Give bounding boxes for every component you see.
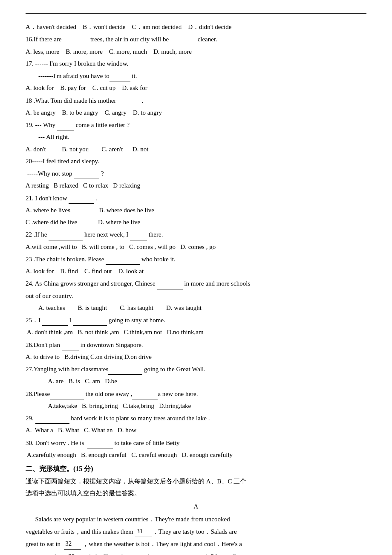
q24-stem2: out of our country. (26, 290, 366, 301)
section2-title: 二、完形填空。(15 分) (26, 463, 366, 475)
q28-options: A.take,take B. bring,bring C.take,bring … (26, 400, 366, 411)
passage-a-line3: great to eat in 32 ，when the weather is … (26, 538, 366, 549)
section2-intro1: 通读下面两篇短文，根据短文内容，从每篇短文后各小题所给的 A、B、C 三个 (26, 476, 366, 487)
q25-blank1 (42, 314, 68, 326)
q26-options: A. to drive to B.driving C.on driving D.… (26, 351, 366, 362)
q18-stem: 18 .What Tom did made his mother . (26, 95, 366, 106)
q28-stem: 28.Please the old one away , a new one h… (26, 388, 366, 399)
passage-a-line2: vegetables or fruits，and this makes them… (26, 526, 366, 537)
q19-options: A. don't B. not you C. aren't D. not (26, 144, 366, 155)
q27-stem: 27.Yangling with her classmates going to… (26, 363, 366, 375)
q27-options: A. are B. is C. am D.be (26, 376, 366, 387)
q16-blank2 (170, 33, 196, 45)
q24-stem1: 24. As China grows stronger and stronger… (26, 278, 366, 289)
q19-stem1: 19. --- Why come a little earlier ? (26, 119, 366, 130)
q22-blank1 (49, 228, 83, 240)
q22-stem: 22 .If he here next week, I there. (26, 228, 366, 240)
q19-stem2: --- All right. (26, 131, 366, 142)
q30-blank (87, 437, 113, 448)
q17-options: A. look for B. pay for C. cut up D. ask … (26, 82, 366, 93)
q22-blank2 (130, 228, 147, 240)
q23-stem: 23 .The chair is broken. Please who brok… (26, 253, 366, 265)
q16-blank1 (63, 33, 89, 45)
blank-31: 31 (135, 526, 152, 537)
q18-options: A. be angry B. to be angry C. angry D. t… (26, 107, 366, 118)
q21-blank (69, 192, 94, 204)
q25-blank2 (73, 314, 107, 326)
q23-blank (106, 253, 140, 265)
section2-intro2: 选项中选出可以填入空白处的最佳答案。 (26, 488, 366, 499)
q21-options-ab: A. where he lives B. where does he live (26, 205, 366, 216)
q28-blank1 (50, 388, 84, 399)
q30-stem: 30. Don't worry . He is to take care of … (26, 437, 366, 448)
passage-a-line4: ways to make a 33 salad．First，buy some l… (26, 551, 366, 555)
q18-blank (116, 95, 141, 106)
q21-stem: 21. I don't know . (26, 192, 366, 204)
q16-stem: 16.If there are trees, the air in our ci… (26, 33, 366, 45)
q29-options: A. What a B. What C. What an D. how (26, 425, 366, 436)
q26-blank (62, 339, 79, 350)
section-a-title: A (26, 501, 366, 512)
blank-33: 33 (67, 551, 84, 555)
top-divider (26, 13, 366, 14)
q22-options: A.will come ,will to B. will come , to C… (26, 241, 366, 252)
blank-32: 32 (64, 538, 81, 549)
q17-stem2: -------I'm afraid you have to it. (26, 70, 366, 81)
q15-options: A．haven't decided B．won't decide C．am no… (26, 21, 366, 32)
q17-stem1: 17. ------ I'm sorry I broken the window… (26, 58, 366, 69)
q17-blank (110, 70, 130, 81)
q25-options: A. don't think ,am B. not think ,am C.th… (26, 327, 366, 338)
blank-34: 34 (209, 551, 226, 555)
q30-options: A.carefully enough B. enough careful C. … (26, 449, 366, 460)
q20-blank (74, 168, 99, 179)
q28-blank2 (132, 388, 158, 399)
q24-blank (157, 278, 183, 289)
q25-stem: 25．I I going to stay at home. (26, 314, 366, 326)
q29-stem: 29. hard work it is to plant so many tre… (26, 412, 366, 424)
q20-options: A resting B relaxed C to relax D relaxin… (26, 180, 366, 191)
q21-options-cd: C .where did he live D. where he live (26, 217, 366, 228)
q19-blank (57, 119, 74, 130)
q20-stem2: -----Why not stop ? (26, 168, 366, 179)
q27-blank (108, 363, 142, 375)
q29-blank (35, 412, 69, 424)
q23-options: A. look for B. find C. find out D. look … (26, 266, 366, 277)
q24-options: A. teaches B. is taught C. has taught D.… (26, 302, 366, 313)
q20-stem1: 20-----I feel tired and sleepy. (26, 156, 366, 167)
passage-a-line1: Salads are very popular in western count… (26, 514, 366, 525)
q16-options: A. less, more B. more, more C. more, muc… (26, 46, 366, 57)
main-content: A．haven't decided B．won't decide C．am no… (26, 21, 366, 555)
q26-stem: 26.Don't plan in downtown Singapore. (26, 339, 366, 350)
